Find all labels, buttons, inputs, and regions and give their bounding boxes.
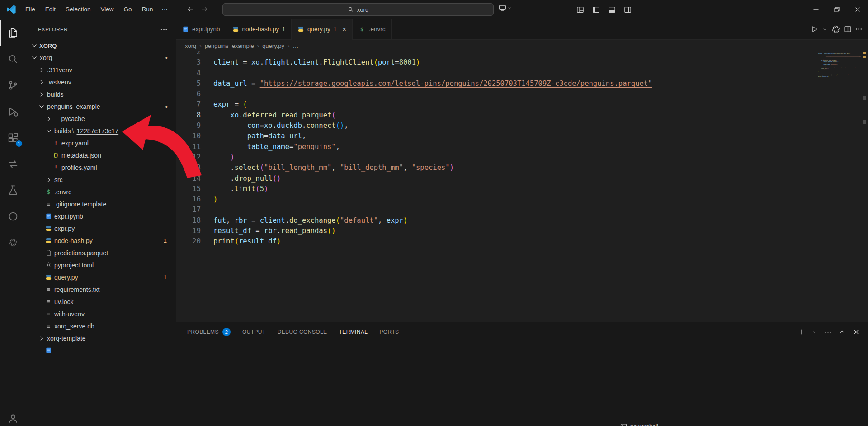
- line-number[interactable]: 19: [176, 226, 201, 236]
- new-terminal-button[interactable]: [798, 328, 805, 336]
- toggle-sidebar-button[interactable]: [590, 4, 602, 15]
- window-close-button[interactable]: [847, 0, 868, 19]
- tree-file-pyproject.toml[interactable]: pyproject.toml: [26, 259, 176, 271]
- menu-more[interactable]: ···: [158, 3, 171, 16]
- line-number[interactable]: 4: [176, 68, 201, 79]
- tab-.envrc[interactable]: $.envrc: [353, 19, 392, 39]
- line-number[interactable]: 12: [176, 152, 201, 163]
- line-number[interactable]: 15: [176, 184, 201, 194]
- tree-file-query.py[interactable]: query.py1: [26, 271, 176, 283]
- line-number[interactable]: 6: [176, 89, 201, 99]
- close-icon[interactable]: ×: [343, 26, 346, 33]
- chevron-down-small-button[interactable]: [812, 329, 817, 335]
- tree-file-profiles.yaml[interactable]: !profiles.yaml: [26, 161, 176, 173]
- line-number[interactable]: 20: [176, 236, 201, 247]
- workspace-section-header[interactable]: XORQ: [26, 40, 176, 51]
- line-number[interactable]: 9: [176, 121, 201, 131]
- tree-file-expr.py[interactable]: expr.py: [26, 222, 176, 234]
- menu-run[interactable]: Run: [137, 3, 158, 16]
- line-number[interactable]: 10: [176, 131, 201, 141]
- line-number[interactable]: 11: [176, 142, 201, 152]
- tree-folder-__pycache__[interactable]: __pycache__: [26, 112, 176, 125]
- code-line-16[interactable]: 16): [176, 194, 818, 205]
- tree-file-partial[interactable]: [26, 344, 176, 356]
- code-line-19[interactable]: 19result_df = rbr.read_pandas(): [176, 226, 818, 236]
- more-button[interactable]: [824, 328, 832, 336]
- activitybar-explorer[interactable]: [0, 20, 26, 46]
- tree-file-.gitignore.template[interactable]: ≡.gitignore.template: [26, 198, 176, 210]
- tree-folder-penguins_example[interactable]: penguins_example●: [26, 100, 176, 112]
- code-line-18[interactable]: 18fut, rbr = client.do_exchange("default…: [176, 215, 818, 226]
- code-line-2[interactable]: 2: [176, 51, 818, 57]
- activitybar-run-debug[interactable]: [0, 98, 26, 125]
- line-number[interactable]: 17: [176, 205, 201, 215]
- code-area[interactable]: 23client = xo.flight.client.FlightClient…: [176, 51, 818, 322]
- breadcrumb-item[interactable]: query.py: [262, 42, 284, 49]
- tree-folder-builds[interactable]: builds: [26, 88, 176, 100]
- breadcrumb-item[interactable]: …: [292, 42, 298, 49]
- tree-file-uv.lock[interactable]: ≡uv.lock: [26, 295, 176, 308]
- tree-file-xorq_serve.db[interactable]: ≡xorq_serve.db: [26, 320, 176, 332]
- code-line-20[interactable]: 20print(result_df): [176, 236, 818, 247]
- breadcrumb-item[interactable]: penguins_example: [205, 42, 254, 49]
- code-line-8[interactable]: 8 xo.deferred_read_parquet(: [176, 110, 818, 121]
- tab-node-hash.py[interactable]: node-hash.py1: [226, 19, 292, 39]
- code-line-10[interactable]: 10 path=data_url,: [176, 131, 818, 141]
- menu-view[interactable]: View: [96, 3, 119, 16]
- line-number[interactable]: 14: [176, 173, 201, 184]
- tree-folder-xorq[interactable]: xorq●: [26, 51, 176, 64]
- minimap[interactable]: client = xo.flight.client.FlightClient(p…: [818, 51, 861, 322]
- customize-layout-button[interactable]: [574, 4, 586, 15]
- maximize-panel-button[interactable]: [839, 328, 846, 336]
- tree-folder-.311venv[interactable]: .311venv: [26, 64, 176, 76]
- tree-file-expr.yaml[interactable]: !expr.yaml: [26, 137, 176, 149]
- openai-button[interactable]: [831, 22, 841, 37]
- line-number[interactable]: 5: [176, 79, 201, 89]
- menu-go[interactable]: Go: [119, 3, 137, 16]
- line-number[interactable]: 16: [176, 194, 201, 205]
- code-line-15[interactable]: 15 .limit(5): [176, 184, 818, 194]
- tree-file-with-uvenv[interactable]: ≡with-uvenv: [26, 308, 176, 320]
- tree-file-metadata.json[interactable]: {}metadata.json: [26, 149, 176, 161]
- window-restore-button[interactable]: [826, 0, 847, 19]
- back-button[interactable]: [187, 5, 194, 13]
- line-number[interactable]: 3: [176, 57, 201, 68]
- code-line-7[interactable]: 7expr = (: [176, 99, 818, 110]
- code-line-11[interactable]: 11 table_name="penguins",: [176, 142, 818, 152]
- code-line-5[interactable]: 5data_url = "https://storage.googleapis.…: [176, 79, 818, 89]
- run-button[interactable]: [811, 22, 818, 37]
- code-line-9[interactable]: 9 con=xo.duckdb.connect(),: [176, 121, 818, 131]
- activitybar-chat[interactable]: [0, 151, 26, 177]
- tree-file-requirements.txt[interactable]: ≡requirements.txt: [26, 283, 176, 295]
- activitybar-search[interactable]: [0, 46, 26, 72]
- tab-query.py[interactable]: query.py1×: [292, 19, 353, 39]
- tree-folder-src[interactable]: src: [26, 173, 176, 186]
- activitybar-circle[interactable]: [0, 203, 26, 229]
- activitybar-extensions[interactable]: 1: [0, 125, 26, 151]
- tree-file-.envrc[interactable]: $.envrc: [26, 186, 176, 198]
- code-line-14[interactable]: 14 .drop_null(): [176, 173, 818, 184]
- menu-file[interactable]: File: [20, 3, 40, 16]
- toggle-secondary-sidebar-button[interactable]: [622, 4, 633, 15]
- panel-tab-output[interactable]: OUTPUT: [242, 322, 266, 342]
- screencast-button[interactable]: [499, 4, 512, 12]
- code-line-12[interactable]: 12 ): [176, 152, 818, 163]
- panel-tab-ports[interactable]: PORTS: [379, 322, 399, 342]
- window-minimize-button[interactable]: [806, 0, 826, 19]
- breadcrumb-item[interactable]: xorq: [185, 42, 196, 49]
- code-line-6[interactable]: 6: [176, 89, 818, 99]
- command-center-search[interactable]: xorq: [222, 3, 494, 16]
- forward-button[interactable]: [201, 5, 208, 13]
- activitybar-openai[interactable]: [0, 229, 26, 256]
- code-line-3[interactable]: 3client = xo.flight.client.FlightClient(…: [176, 57, 818, 68]
- overview-ruler[interactable]: [861, 51, 868, 322]
- panel-tab-terminal[interactable]: TERMINAL: [339, 322, 368, 342]
- toggle-panel-button[interactable]: [606, 4, 618, 15]
- menu-edit[interactable]: Edit: [40, 3, 61, 16]
- split-editor-button[interactable]: [844, 22, 852, 37]
- line-number[interactable]: 7: [176, 99, 201, 110]
- tree-folder-.wslvenv[interactable]: .wslvenv: [26, 76, 176, 88]
- terminal-body[interactable]: powershell: [176, 342, 868, 426]
- tab-expr.ipynb[interactable]: expr.ipynb: [176, 19, 226, 39]
- line-number[interactable]: 18: [176, 215, 201, 226]
